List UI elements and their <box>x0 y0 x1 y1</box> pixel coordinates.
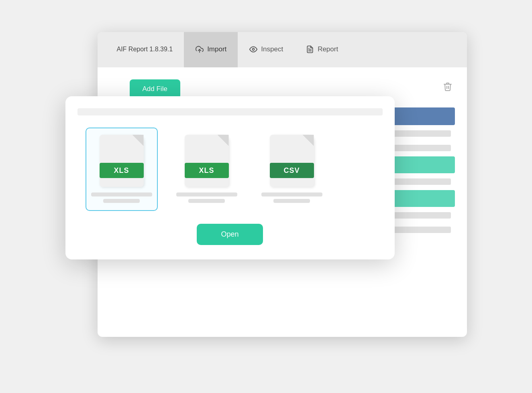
file-label-csv-1: CSV <box>270 163 314 178</box>
file-label-xls-2: XLS <box>185 163 229 178</box>
tab-import-label: Import <box>207 45 226 53</box>
file-name-line <box>176 192 237 196</box>
tab-bar: AIF Report 1.8.39.1 Import <box>98 32 467 67</box>
file-icon-csv-1: CSV <box>270 135 314 187</box>
tab-inspect[interactable]: Inspect <box>238 32 294 67</box>
delete-icon[interactable] <box>443 82 453 95</box>
file-dialog: XLS XLS CSV <box>65 96 395 259</box>
document-icon <box>306 45 314 54</box>
svg-point-1 <box>253 48 255 50</box>
file-icon-xls-2: XLS <box>185 135 229 187</box>
tab-report[interactable]: Report <box>294 32 349 67</box>
file-item-xls-2[interactable]: XLS <box>171 128 243 211</box>
file-icon-xls-1: XLS <box>100 135 144 187</box>
file-paper: XLS <box>100 135 144 187</box>
file-item-xls-1[interactable]: XLS <box>86 128 158 211</box>
eye-icon <box>249 45 258 54</box>
file-paper: XLS <box>185 135 229 187</box>
open-button[interactable]: Open <box>197 224 263 245</box>
file-item-csv-1[interactable]: CSV <box>256 128 328 211</box>
add-file-button[interactable]: Add File <box>130 79 180 99</box>
scene: AIF Report 1.8.39.1 Import <box>65 32 467 361</box>
tab-import[interactable]: Import <box>184 32 238 67</box>
tab-report-label: Report <box>318 45 338 53</box>
file-name-line-short <box>188 199 225 203</box>
file-grid: XLS XLS CSV <box>77 128 383 211</box>
tab-inspect-label: Inspect <box>261 45 283 53</box>
file-name-line-short <box>273 199 310 203</box>
file-name-line <box>91 192 152 196</box>
file-label-xls-1: XLS <box>100 163 144 178</box>
file-name-line-short <box>103 199 140 203</box>
tab-aif-report[interactable]: AIF Report 1.8.39.1 <box>106 32 184 67</box>
tab-aif-report-label: AIF Report 1.8.39.1 <box>117 46 173 53</box>
upload-icon <box>195 45 204 54</box>
file-paper: CSV <box>270 135 314 187</box>
dialog-top-bar <box>77 108 383 115</box>
file-name-line <box>261 192 322 196</box>
